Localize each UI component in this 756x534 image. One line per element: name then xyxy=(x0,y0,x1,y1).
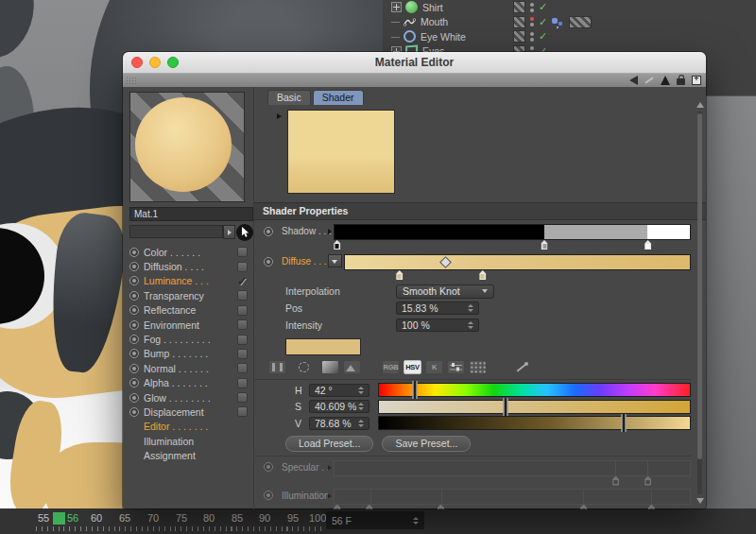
channel-checkbox[interactable] xyxy=(237,363,248,373)
current-frame-field[interactable]: 56 F xyxy=(326,511,424,529)
intensity-field[interactable]: 100 % xyxy=(396,319,479,332)
saturation-slider[interactable] xyxy=(378,400,691,414)
eyedropper-icon[interactable] xyxy=(515,361,528,374)
visibility-dots[interactable] xyxy=(530,17,534,26)
material-preview[interactable] xyxy=(129,92,245,202)
page-illumination[interactable]: Illumination xyxy=(129,434,253,448)
channel-bump[interactable]: Bump . . . . . . . xyxy=(129,347,253,361)
preview-select-field[interactable] xyxy=(129,225,223,238)
saturation-stepper[interactable] xyxy=(358,403,364,410)
object-row-mouth[interactable]: Mouth ✓ xyxy=(383,15,756,30)
channel-color[interactable]: Color . . . . . . xyxy=(129,245,253,259)
channel-reflectance[interactable]: Reflectance xyxy=(129,303,253,318)
lock-icon[interactable] xyxy=(677,78,685,85)
texture-tag-icon[interactable] xyxy=(513,16,525,28)
collapse-arrow-button[interactable] xyxy=(328,254,342,267)
channel-checkbox[interactable] xyxy=(237,262,248,272)
frame-stepper[interactable] xyxy=(413,517,419,525)
expand-icon[interactable] xyxy=(391,2,402,12)
timeline-ruler[interactable]: 55 56 60 65 70 75 80 85 90 95 100 56 F xyxy=(0,508,756,534)
saturation-field[interactable]: 40.609 % xyxy=(309,400,369,413)
gradient-knot[interactable] xyxy=(611,476,620,486)
hue-field[interactable]: 42 ° xyxy=(309,384,369,397)
gradient-knot[interactable] xyxy=(365,505,373,510)
rgb-mode-button[interactable]: RGB xyxy=(382,360,400,374)
gradient-knot[interactable] xyxy=(579,505,588,510)
gradient-knot[interactable] xyxy=(644,240,652,250)
channel-fog[interactable]: Fog . . . . . . . . . xyxy=(129,332,253,346)
enabled-check-icon[interactable]: ✓ xyxy=(539,31,547,42)
pos-stepper[interactable] xyxy=(468,304,473,312)
knot-color-swatch[interactable] xyxy=(285,338,361,355)
slider-marker[interactable] xyxy=(503,398,507,416)
gradient-knot[interactable] xyxy=(644,476,652,486)
shadow-gradient-bar[interactable] xyxy=(334,224,691,240)
value-slider[interactable] xyxy=(378,416,691,430)
slider-marker[interactable] xyxy=(413,381,418,399)
mixer-icon[interactable] xyxy=(447,360,465,374)
gradient-knot-selected[interactable] xyxy=(395,270,404,280)
hsv-mode-button[interactable]: HSV xyxy=(404,360,421,374)
diffuse-gradient-bar[interactable] xyxy=(344,254,691,270)
visibility-dots[interactable] xyxy=(530,3,534,12)
spectrum-icon[interactable] xyxy=(321,360,339,374)
gradient-knot[interactable] xyxy=(541,240,549,250)
channel-checkbox-checked[interactable]: ✓ xyxy=(237,275,248,287)
gradient-knot[interactable] xyxy=(647,505,656,510)
hue-stepper[interactable] xyxy=(358,387,364,394)
preview-select-arrow-button[interactable] xyxy=(223,225,235,239)
gradient-midpoint-diamond[interactable] xyxy=(439,256,452,268)
hue-slider[interactable] xyxy=(378,383,691,397)
gradient-knot[interactable] xyxy=(478,270,487,280)
channel-environment[interactable]: Environment xyxy=(129,318,253,332)
channel-checkbox[interactable] xyxy=(237,349,248,359)
window-titlebar[interactable]: Material Editor xyxy=(123,52,706,74)
panel-scrollbar[interactable] xyxy=(696,102,704,504)
channel-glow[interactable]: Glow . . . . . . . . xyxy=(129,390,253,405)
tab-shader[interactable]: Shader xyxy=(313,90,364,105)
channel-checkbox[interactable] xyxy=(237,247,248,257)
texture-tag-icon[interactable] xyxy=(513,30,525,43)
gradient-knot[interactable] xyxy=(333,505,341,510)
slider-marker[interactable] xyxy=(621,414,626,432)
expand-arrow-icon[interactable] xyxy=(328,229,332,234)
channel-checkbox[interactable] xyxy=(237,305,248,316)
value-stepper[interactable] xyxy=(358,420,364,427)
channel-displacement[interactable]: Displacement xyxy=(129,405,253,419)
illumination-gradient-bar[interactable] xyxy=(334,489,691,505)
add-icon[interactable] xyxy=(692,76,701,85)
scrollbar-thumb[interactable] xyxy=(697,113,702,459)
forward-arrow-icon[interactable] xyxy=(644,77,653,83)
texture-tag-icon[interactable] xyxy=(513,1,525,13)
compact-mode-icon[interactable] xyxy=(268,360,286,374)
specular-gradient-bar[interactable] xyxy=(334,460,691,476)
channel-checkbox[interactable] xyxy=(237,290,248,301)
page-editor[interactable]: Editor . . . . . . . xyxy=(129,420,253,434)
channel-checkbox[interactable] xyxy=(237,406,248,417)
kelvin-mode-button[interactable]: K xyxy=(425,360,443,374)
visibility-dots[interactable] xyxy=(530,32,534,42)
object-name[interactable]: Eye White xyxy=(421,31,466,43)
intensity-stepper[interactable] xyxy=(468,321,473,329)
texture-tag-icon-wide[interactable] xyxy=(569,16,592,28)
scroll-up-icon[interactable] xyxy=(696,102,704,108)
channel-transparency[interactable]: Transparency xyxy=(129,288,253,302)
pos-field[interactable]: 15.83 % xyxy=(396,301,479,315)
expand-arrow-icon[interactable] xyxy=(328,493,332,499)
enabled-check-icon[interactable]: ✓ xyxy=(539,2,547,12)
object-row-eye-white[interactable]: Eye White ✓ xyxy=(383,29,756,44)
channel-alpha[interactable]: Alpha . . . . . . . xyxy=(129,376,253,390)
color-wheel-icon[interactable] xyxy=(299,362,309,372)
channel-luminance[interactable]: Luminance . . .✓ xyxy=(129,274,253,288)
shader-texture-preview[interactable] xyxy=(287,110,395,194)
preview-expand-icon[interactable] xyxy=(277,113,282,119)
pointer-icon[interactable] xyxy=(661,76,670,85)
material-name-field[interactable]: Mat.1 xyxy=(129,207,253,221)
tab-basic[interactable]: Basic xyxy=(267,90,311,105)
channel-checkbox[interactable] xyxy=(237,392,248,403)
object-row-shirt[interactable]: Shirt ✓ xyxy=(383,0,756,15)
object-name[interactable]: Mouth xyxy=(421,16,448,27)
playhead-marker[interactable] xyxy=(53,512,65,525)
page-assignment[interactable]: Assignment xyxy=(129,448,253,462)
enabled-check-icon[interactable]: ✓ xyxy=(539,17,547,27)
